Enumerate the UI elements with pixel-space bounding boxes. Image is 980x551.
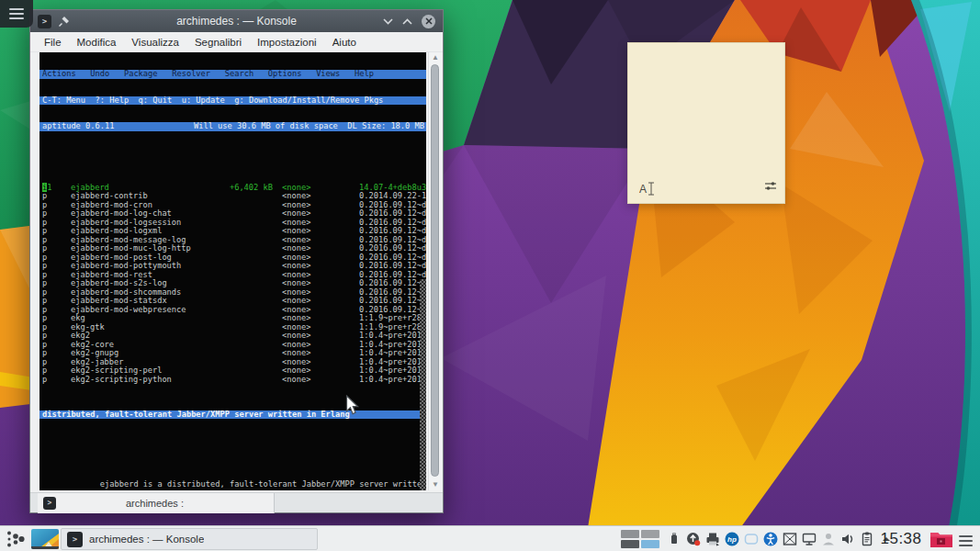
red-folder-icon[interactable]	[929, 529, 953, 551]
package-row[interactable]: p ekg <none> 1:1.9~pre+r285	[39, 314, 426, 323]
pager-desktop-2[interactable]	[641, 530, 659, 538]
desktop-toolbox-button[interactable]	[0, 0, 33, 28]
package-row[interactable]: p ejabberd-mod-message-log <none> 0.2016…	[39, 236, 426, 245]
aptitude-status-line: aptitude 0.6.11 Will use 30.6 MB of disk…	[39, 122, 426, 131]
package-row[interactable]: p ekg2-core <none> 1:0.4~pre+2012	[39, 341, 426, 350]
konsole-tab-icon: >	[43, 497, 56, 510]
package-row[interactable]: p ejabberd-mod-pottymouth <none> 0.2016.…	[39, 262, 426, 271]
package-row[interactable]: p ekg2-gnupg <none> 1:0.4~pre+2012	[39, 349, 426, 358]
package-list: i1 ejabberd +6,402 kB <none> 14.07-4+deb…	[39, 157, 426, 384]
close-icon	[425, 17, 433, 25]
volume-icon[interactable]	[839, 530, 856, 548]
konsole-app-icon: >	[38, 15, 51, 28]
sliders-icon	[764, 181, 777, 191]
touchpad-icon[interactable]	[742, 530, 760, 548]
printer-icon[interactable]	[704, 530, 721, 548]
mouse-cursor	[345, 395, 362, 416]
note-settings-button[interactable]	[764, 178, 777, 195]
window-title: archimedes : — Konsole	[30, 15, 443, 28]
window-menubar: FileModificaVisualizzaSegnalibriImpostaz…	[30, 32, 443, 52]
package-description: ejabberd is a distributed, fault-toleran…	[39, 445, 426, 491]
package-row[interactable]: p ejabberd-mod-post-log <none> 0.2016.09…	[39, 253, 426, 263]
kickoff-dots-icon	[7, 532, 25, 547]
konsole-task-icon: >	[67, 532, 83, 547]
desktop: A > archimedes : — Konsole	[0, 0, 980, 551]
panel-menu-button[interactable]	[959, 533, 973, 549]
system-tray: hp	[665, 530, 895, 548]
virtual-desktop-pager[interactable]	[621, 530, 659, 548]
display-connect-icon[interactable]	[800, 530, 817, 548]
wallpaper-thumbnail-icon	[31, 529, 59, 549]
package-row[interactable]: p ekg-gtk <none> 1:1.9~pre+r285	[39, 323, 426, 332]
svg-text:hp: hp	[727, 535, 737, 544]
window-titlebar[interactable]: > archimedes : — Konsole	[30, 10, 443, 32]
package-row[interactable]: p ejabberd-mod-rest <none> 0.2016.09.12~…	[39, 271, 426, 280]
description-line: ejabberd is a distributed, fault-toleran…	[39, 471, 426, 490]
taskbar-panel: > archimedes : — Konsole hp	[0, 525, 980, 551]
menu-item[interactable]: File	[44, 37, 62, 48]
scrollbar-thumb[interactable]	[431, 64, 439, 477]
screenshot-icon[interactable]	[781, 530, 798, 548]
aptitude-help-line: C-T: Menu ?: Help q: Quit u: Update g: D…	[39, 96, 426, 106]
software-updates-icon[interactable]	[684, 530, 702, 548]
aptitude-version: aptitude 0.6.11	[42, 122, 114, 131]
sticky-note-widget[interactable]: A	[627, 42, 785, 204]
aptitude-menu-line: Actions Undo Package Resolver Search Opt…	[39, 70, 426, 79]
tab-archimedes[interactable]: > archimedes :	[38, 493, 275, 513]
text-caret-icon	[648, 182, 655, 196]
device-notifier-icon[interactable]	[665, 530, 682, 548]
desktop-preview-button[interactable]	[31, 529, 59, 549]
scroll-down-icon[interactable]: ▼	[429, 479, 442, 490]
hamburger-icon	[9, 6, 24, 22]
accessibility-icon[interactable]	[761, 530, 779, 548]
task-button-label: archimedes : — Konsole	[89, 534, 204, 545]
aptitude-disk-usage: Will use 30.6 MB of disk space DL Size: …	[194, 122, 424, 131]
menu-item[interactable]: Impostazioni	[257, 37, 317, 48]
description-pane-scrollbar[interactable]	[420, 279, 426, 490]
tab-bar: > archimedes :	[30, 492, 443, 512]
package-row[interactable]: p ejabberd-mod-muc-log-http <none> 0.201…	[39, 244, 426, 253]
pager-desktop-3[interactable]	[621, 540, 639, 548]
close-button[interactable]	[422, 15, 435, 28]
menu-item[interactable]: Segnalibri	[195, 37, 242, 48]
package-row[interactable]: p ejabberd-mod-shcommands <none> 0.2016.…	[39, 288, 426, 298]
package-row[interactable]: p ekg2-scripting-python <none> 1:0.4~pre…	[39, 376, 426, 385]
package-row[interactable]: p ejabberd-mod-logsession <none> 0.2016.…	[39, 219, 426, 228]
app-launcher-button[interactable]	[4, 529, 28, 549]
scroll-up-icon[interactable]: ▲	[429, 52, 442, 63]
package-row[interactable]: p ejabberd-contrib <none> 0.2014.09.22-1	[39, 192, 426, 201]
maximize-button[interactable]	[402, 18, 412, 25]
package-row[interactable]: p ekg2-scripting-perl <none> 1:0.4~pre+2…	[39, 366, 426, 376]
hamburger-icon	[959, 535, 973, 537]
package-row[interactable]: p ekg2 <none> 1:0.4~pre+2012	[39, 332, 426, 341]
note-format-hint: A	[639, 183, 647, 196]
hp-icon[interactable]: hp	[723, 530, 740, 548]
menu-item[interactable]: Aiuto	[332, 37, 356, 48]
menu-item[interactable]: Visualizza	[131, 37, 179, 48]
package-row[interactable]: i1 ejabberd +6,402 kB <none> 14.07-4+deb…	[39, 184, 426, 193]
menu-item[interactable]: Modifica	[77, 37, 117, 48]
pin-icon[interactable]	[58, 15, 71, 28]
pager-desktop-1[interactable]	[621, 530, 639, 538]
package-row[interactable]: p ejabberd-mod-cron <none> 0.2016.09.12~…	[39, 201, 426, 210]
description-pane-header: distributed, fault-tolerant Jabber/XMPP …	[39, 410, 426, 420]
digital-clock[interactable]: 15:38	[873, 526, 929, 551]
package-row[interactable]: p ejabberd-mod-log-chat <none> 0.2016.09…	[39, 209, 426, 219]
package-row[interactable]: p ejabberd-mod-statsdx <none> 0.2016.09.…	[39, 297, 426, 306]
minimize-button[interactable]	[383, 18, 393, 25]
task-button-konsole[interactable]: > archimedes : — Konsole	[61, 528, 318, 550]
package-row[interactable]: p ejabberd-mod-s2s-log <none> 0.2016.09.…	[39, 279, 426, 288]
user-offline-icon[interactable]	[819, 530, 837, 548]
note-text-cursor[interactable]: A	[639, 182, 655, 196]
terminal-screen[interactable]: Actions Undo Package Resolver Search Opt…	[39, 52, 426, 490]
tab-label: archimedes :	[63, 498, 274, 509]
package-row[interactable]: p ejabberd-mod-logxml <none> 0.2016.09.1…	[39, 227, 426, 236]
package-row[interactable]: p ejabberd-mod-webpresence <none> 0.2016…	[39, 306, 426, 315]
terminal-scrollbar[interactable]: ▲ ▼	[428, 52, 441, 490]
package-row[interactable]: p ekg2-jabber <none> 1:0.4~pre+2012	[39, 358, 426, 367]
konsole-window: > archimedes : — Konsole FileModificaVis…	[29, 9, 444, 513]
pager-desktop-4[interactable]	[641, 540, 659, 548]
